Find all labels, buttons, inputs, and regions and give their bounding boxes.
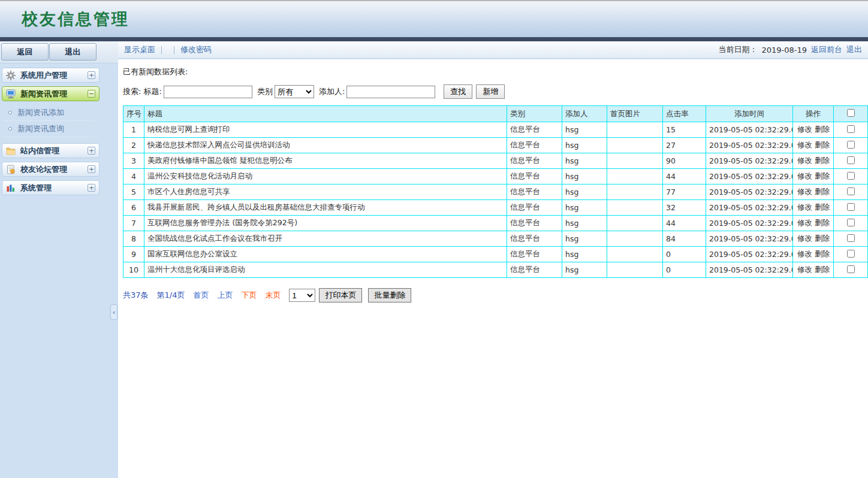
row-clicks-cell: 84 — [663, 231, 706, 247]
row-checkbox[interactable] — [847, 203, 855, 211]
logout-link[interactable]: 退出 — [846, 44, 862, 55]
edit-link[interactable]: 修改 — [797, 125, 812, 134]
row-clicks-cell: 44 — [663, 216, 706, 231]
exit-button[interactable]: 退出 — [49, 43, 97, 60]
sidebar-menu: 系统用户管理 + 新闻资讯管理 − 新闻资讯添加 — [0, 63, 100, 195]
row-adder-cell: hsg — [562, 216, 607, 231]
sidebar-item-label: 校友论坛管理 — [20, 164, 88, 175]
row-clicks-cell: 90 — [663, 153, 706, 169]
submenu-item-label: 新闻资讯查询 — [17, 123, 64, 134]
row-time-cell: 2019-05-05 02:32:29.0 — [706, 122, 793, 138]
row-title-cell: 快递信息技术部深入网点公司提供培训活动 — [144, 138, 507, 153]
row-time-cell: 2019-05-05 02:32:29.0 — [706, 200, 793, 216]
expand-icon[interactable]: + — [88, 147, 95, 155]
row-actions-cell: 修改删除 — [793, 153, 834, 169]
row-image-cell — [607, 262, 663, 278]
sidebar-item-news-add[interactable]: 新闻资讯添加 — [3, 105, 95, 121]
col-header-actions: 操作 — [793, 106, 834, 122]
expand-icon[interactable]: + — [88, 184, 95, 192]
row-checkbox[interactable] — [847, 219, 855, 226]
row-checkbox-cell — [834, 216, 868, 231]
row-actions-cell: 修改删除 — [793, 216, 834, 231]
row-index-cell: 6 — [123, 200, 144, 216]
category-select[interactable]: 所有 — [275, 85, 314, 98]
row-checkbox[interactable] — [847, 141, 855, 149]
expand-icon[interactable]: + — [88, 71, 95, 79]
sidebar-item-system-management[interactable]: 系统管理 + — [2, 180, 100, 195]
add-button[interactable]: 新增 — [476, 84, 505, 99]
delete-link[interactable]: 删除 — [815, 187, 830, 196]
chevron-left-icon: ‹ — [113, 308, 116, 316]
edit-link[interactable]: 修改 — [797, 249, 812, 258]
row-checkbox[interactable] — [847, 234, 855, 242]
edit-link[interactable]: 修改 — [797, 187, 812, 196]
page-number-select[interactable]: 1 — [289, 289, 315, 302]
sidebar-item-news-management[interactable]: 新闻资讯管理 − — [2, 86, 100, 101]
row-checkbox[interactable] — [847, 172, 855, 180]
row-image-cell — [607, 169, 663, 184]
delete-link[interactable]: 删除 — [815, 202, 830, 211]
adder-search-input[interactable] — [346, 86, 435, 98]
col-header-category: 类别 — [507, 106, 562, 122]
row-time-cell: 2019-05-05 02:32:29.0 — [706, 169, 793, 184]
delete-link[interactable]: 删除 — [815, 249, 830, 258]
collapse-sidebar-button[interactable]: ‹ — [110, 304, 117, 320]
expand-icon[interactable]: + — [88, 165, 95, 173]
edit-link[interactable]: 修改 — [797, 265, 812, 274]
find-button[interactable]: 查找 — [444, 84, 472, 99]
first-page-link[interactable]: 首页 — [193, 290, 209, 301]
print-page-button[interactable]: 打印本页 — [319, 288, 362, 302]
delete-link[interactable]: 删除 — [815, 234, 830, 243]
row-index-cell: 8 — [123, 231, 144, 247]
table-row: 6 我县开展新居民、跨乡镇人员以及出租房基础信息大排查专项行动 信息平台 hsg… — [123, 200, 868, 216]
main-panel: 已有新闻数据列表: 搜索: 标题: 类别 所有 添加人: 查找 新增 — [118, 59, 868, 302]
table-row: 7 互联网信息服务管理办法 (国务院令第292号) 信息平台 hsg 44 20… — [123, 216, 868, 231]
row-actions-cell: 修改删除 — [793, 247, 834, 262]
sidebar-item-forum[interactable]: 校友论坛管理 + — [2, 162, 100, 177]
row-category-cell: 信息平台 — [507, 122, 562, 138]
row-title-cell: 市区个人住房信息可共享 — [144, 184, 507, 200]
select-all-checkbox[interactable] — [847, 109, 855, 117]
adder-label: 添加人: — [319, 86, 345, 97]
sidebar-button-row: 返回 退出 — [0, 41, 118, 63]
row-clicks-cell: 44 — [663, 169, 706, 184]
row-title-cell: 国家互联网信息办公室设立 — [144, 247, 507, 262]
collapse-icon[interactable]: − — [88, 90, 95, 98]
row-checkbox[interactable] — [847, 156, 855, 164]
sidebar-item-news-query[interactable]: 新闻资讯查询 — [3, 121, 95, 137]
edit-link[interactable]: 修改 — [797, 218, 812, 227]
table-header-row: 序号 标题 类别 添加人 首页图片 点击率 添加时间 操作 — [123, 106, 868, 122]
show-desktop-link[interactable]: 显示桌面 — [124, 44, 155, 55]
news-table-body: 1 纳税信息可网上查询打印 信息平台 hsg 15 2019-05-05 02:… — [123, 122, 868, 278]
row-checkbox[interactable] — [847, 187, 855, 195]
row-category-cell: 信息平台 — [507, 231, 562, 247]
delete-link[interactable]: 删除 — [815, 265, 830, 274]
last-page-link[interactable]: 末页 — [265, 290, 281, 301]
batch-delete-button[interactable]: 批量删除 — [368, 288, 411, 302]
toolbar-right: 当前日期： 2019-08-19 返回前台 退出 — [718, 44, 862, 55]
back-to-front-link[interactable]: 返回前台 — [811, 44, 842, 55]
row-time-cell: 2019-05-05 02:32:29.0 — [706, 262, 793, 278]
edit-link[interactable]: 修改 — [797, 140, 812, 149]
delete-link[interactable]: 删除 — [815, 140, 830, 149]
back-button[interactable]: 返回 — [1, 43, 49, 60]
row-checkbox-cell — [834, 247, 868, 262]
delete-link[interactable]: 删除 — [815, 125, 830, 134]
edit-link[interactable]: 修改 — [797, 171, 812, 180]
next-page-link[interactable]: 下页 — [241, 290, 257, 301]
delete-link[interactable]: 删除 — [815, 218, 830, 227]
edit-link[interactable]: 修改 — [797, 234, 812, 243]
edit-link[interactable]: 修改 — [797, 156, 812, 165]
content-toolbar: 显示桌面 修改密码 当前日期： 2019-08-19 返回前台 退出 — [118, 41, 868, 59]
delete-link[interactable]: 删除 — [815, 156, 830, 165]
row-checkbox[interactable] — [847, 265, 855, 273]
sidebar-item-system-users[interactable]: 系统用户管理 + — [2, 68, 100, 83]
delete-link[interactable]: 删除 — [815, 171, 830, 180]
sidebar-item-site-mail[interactable]: 站内信管理 + — [2, 143, 100, 158]
prev-page-link[interactable]: 上页 — [217, 290, 233, 301]
change-password-link[interactable]: 修改密码 — [180, 44, 212, 55]
edit-link[interactable]: 修改 — [797, 202, 812, 211]
title-search-input[interactable] — [164, 86, 252, 98]
row-checkbox[interactable] — [847, 125, 855, 133]
row-checkbox[interactable] — [847, 250, 855, 258]
